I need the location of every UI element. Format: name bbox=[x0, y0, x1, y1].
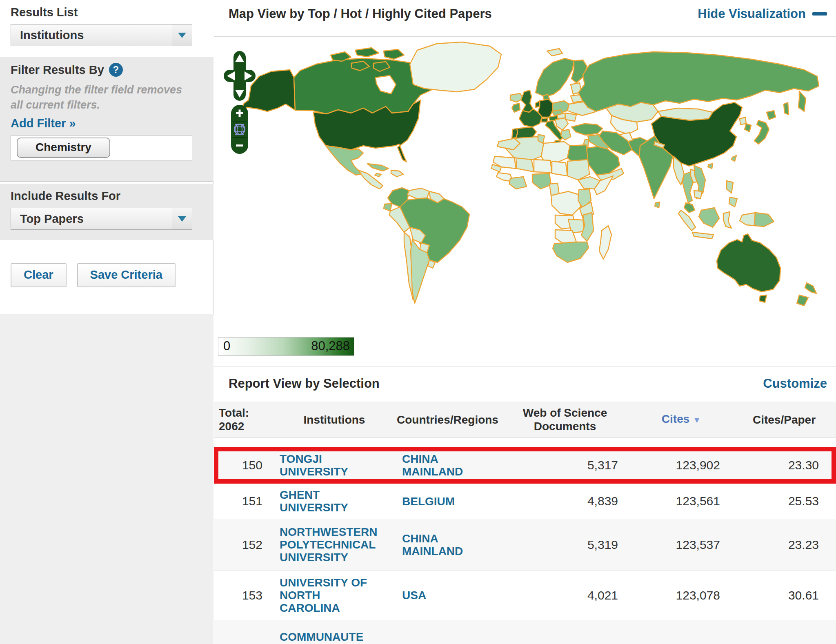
country-ireland[interactable] bbox=[512, 103, 520, 112]
help-icon[interactable]: ? bbox=[109, 63, 123, 77]
kamchatka[interactable] bbox=[798, 91, 806, 111]
country-mali[interactable] bbox=[516, 158, 534, 172]
country-romania[interactable] bbox=[565, 113, 576, 121]
save-criteria-button[interactable]: Save Criteria bbox=[77, 263, 176, 287]
country-link[interactable]: CHINA MAINLAND bbox=[396, 453, 500, 478]
country-nigeria[interactable] bbox=[532, 173, 551, 189]
country-niger[interactable] bbox=[534, 160, 552, 173]
institution-link[interactable]: COMMUNAUTE UNIVERSITE GRENOBLE ALPES bbox=[273, 631, 378, 644]
country-link[interactable]: CHINA MAINLAND bbox=[396, 532, 500, 557]
rank-cell: 150 bbox=[214, 458, 273, 472]
country-madagascar[interactable] bbox=[599, 226, 611, 259]
sidebar-buttons: Clear Save Criteria bbox=[11, 263, 176, 287]
country-turkey[interactable] bbox=[571, 124, 603, 135]
country-papua-new-guinea[interactable] bbox=[754, 213, 774, 227]
include-results-section: Include Results For Top Papers bbox=[0, 184, 213, 240]
filter-chip-chemistry[interactable]: Chemistry bbox=[17, 138, 110, 158]
filter-note: Changing the filter field removes all cu… bbox=[11, 82, 186, 113]
results-list-select-arrow[interactable] bbox=[172, 24, 192, 46]
results-list-section: Results List Institutions bbox=[0, 0, 213, 57]
docs-cell: 4,839 bbox=[500, 494, 630, 508]
column-header-cites[interactable]: Cites▼ bbox=[630, 412, 732, 427]
java[interactable] bbox=[692, 232, 714, 239]
legend-min-label: 0 bbox=[223, 339, 230, 353]
sort-desc-icon: ▼ bbox=[693, 415, 701, 424]
institution-link[interactable]: UNIVERSITY OF NORTH CAROLINA bbox=[273, 576, 378, 614]
sulawesi[interactable] bbox=[723, 212, 732, 228]
map-zoom-control[interactable] bbox=[231, 105, 248, 154]
country-sri-lanka[interactable] bbox=[655, 202, 660, 208]
country-new-zealand[interactable] bbox=[805, 283, 816, 293]
arctic-islands[interactable] bbox=[355, 48, 379, 57]
table-row-154[interactable]: 154 COMMUNAUTE UNIVERSITE GRENOBLE ALPES… bbox=[214, 620, 836, 644]
active-filter-box: Chemistry bbox=[11, 135, 192, 160]
institution-link[interactable]: TONGJI UNIVERSITY bbox=[273, 453, 378, 478]
legend-max-label: 80,288 bbox=[311, 339, 350, 353]
include-results-select-arrow[interactable] bbox=[172, 208, 192, 229]
country-new-zealand[interactable] bbox=[797, 295, 808, 306]
country-japan[interactable] bbox=[754, 120, 769, 144]
country-greenland[interactable] bbox=[410, 42, 501, 92]
map-pan-control[interactable] bbox=[224, 51, 256, 101]
country-cambodia[interactable] bbox=[694, 191, 702, 199]
country-russia[interactable] bbox=[578, 52, 819, 111]
country-uk[interactable] bbox=[521, 90, 533, 112]
borneo[interactable] bbox=[699, 208, 719, 227]
ghana-ivory-coast[interactable] bbox=[509, 177, 527, 189]
column-header-countries[interactable]: Countries/Regions bbox=[396, 413, 500, 426]
country-benelux[interactable] bbox=[536, 101, 540, 107]
country-ecuador[interactable] bbox=[384, 204, 392, 211]
country-philippines[interactable] bbox=[729, 197, 737, 207]
country-chad[interactable] bbox=[552, 161, 567, 176]
country-north-korea[interactable] bbox=[740, 117, 746, 124]
namibia-botswana[interactable] bbox=[555, 230, 576, 244]
filter-section: Filter Results By ? Changing the filter … bbox=[0, 57, 213, 182]
add-filter-link[interactable]: Add Filter » bbox=[11, 117, 213, 130]
table-row-151[interactable]: 151 GHENT UNIVERSITY BELGIUM 4,839 123,5… bbox=[214, 484, 836, 519]
table-body: 150 TONGJI UNIVERSITY CHINA MAINLAND 5,3… bbox=[214, 438, 836, 644]
country-mexico[interactable] bbox=[326, 146, 363, 175]
west-papua[interactable] bbox=[740, 213, 755, 226]
country-venezuela[interactable] bbox=[407, 188, 429, 199]
country-jamaica[interactable] bbox=[375, 173, 381, 177]
svalbard[interactable] bbox=[547, 49, 563, 56]
country-hispaniola[interactable] bbox=[391, 170, 403, 177]
institution-link[interactable]: GHENT UNIVERSITY bbox=[273, 489, 378, 514]
clear-button[interactable]: Clear bbox=[11, 263, 67, 287]
column-header-cites-per-paper[interactable]: Cites/Paper bbox=[732, 413, 836, 426]
table-row-152[interactable]: 152 NORTHWESTERN POLYTECHNICAL UNIVERSIT… bbox=[214, 519, 836, 571]
hide-visualization-link[interactable]: Hide Visualization bbox=[698, 7, 827, 21]
column-header-institutions[interactable]: Institutions bbox=[273, 413, 396, 426]
report-title: Report View by Selection bbox=[229, 376, 380, 391]
country-link[interactable]: BELGIUM bbox=[396, 495, 500, 508]
tasmania[interactable] bbox=[759, 295, 767, 302]
institution-link[interactable]: NORTHWESTERN POLYTECHNICAL UNIVERSITY bbox=[273, 526, 378, 564]
country-japan[interactable] bbox=[767, 111, 776, 120]
docs-cell: 5,317 bbox=[500, 458, 630, 472]
country-malaysia[interactable] bbox=[684, 203, 695, 213]
sumatra[interactable] bbox=[678, 210, 696, 231]
table-row-153[interactable]: 153 UNIVERSITY OF NORTH CAROLINA USA 4,0… bbox=[214, 571, 836, 620]
country-south-africa[interactable] bbox=[553, 242, 589, 262]
column-header-documents[interactable]: Web of Science Documents bbox=[500, 406, 630, 433]
include-results-select[interactable]: Top Papers bbox=[11, 208, 192, 230]
country-australia[interactable] bbox=[717, 234, 780, 292]
docs-cell: 5,319 bbox=[500, 538, 630, 552]
rank-cell: 151 bbox=[214, 494, 273, 508]
country-philippines[interactable] bbox=[727, 181, 733, 193]
country-drc[interactable] bbox=[551, 191, 580, 215]
hainan[interactable] bbox=[708, 164, 713, 169]
arctic-islands[interactable] bbox=[384, 49, 404, 59]
country-cuba[interactable] bbox=[367, 164, 389, 171]
country-south-korea[interactable] bbox=[745, 124, 751, 132]
country-sudan[interactable] bbox=[567, 160, 589, 180]
table-row-150[interactable]: 150 TONGJI UNIVERSITY CHINA MAINLAND 5,3… bbox=[214, 447, 836, 484]
country-taiwan[interactable] bbox=[732, 155, 736, 161]
country-switzerland[interactable] bbox=[541, 118, 548, 122]
country-link[interactable]: USA bbox=[396, 589, 500, 602]
results-list-select[interactable]: Institutions bbox=[11, 24, 192, 46]
country-norway-sweden[interactable] bbox=[536, 58, 574, 97]
central-america[interactable] bbox=[358, 170, 383, 189]
sakhalin[interactable] bbox=[784, 102, 789, 115]
customize-link[interactable]: Customize bbox=[763, 376, 827, 391]
